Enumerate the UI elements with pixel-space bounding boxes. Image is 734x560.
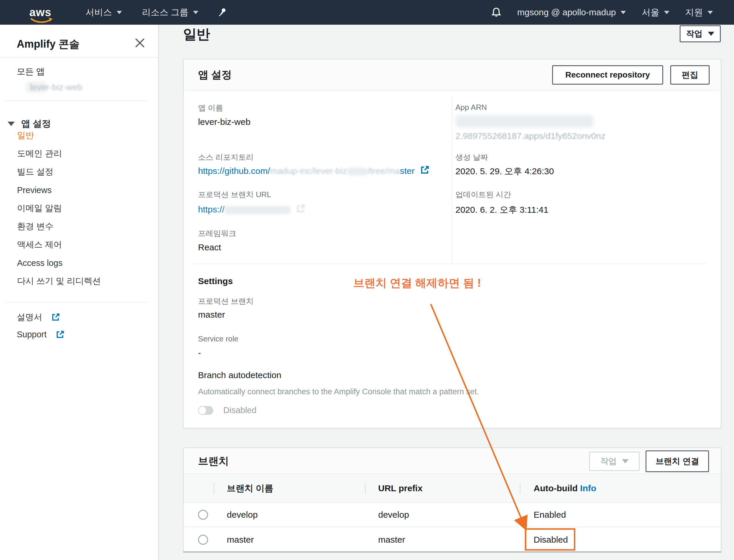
sidebar-docs-link[interactable]: 설명서: [17, 311, 60, 323]
prod-branch-url-prefix: https://: [198, 204, 224, 214]
chevron-down-icon: [708, 11, 713, 14]
close-icon[interactable]: [135, 38, 145, 48]
sidebar-app-name[interactable]: lever-biz-web: [30, 82, 82, 92]
page-actions-button[interactable]: 작업: [680, 25, 721, 42]
source-repo-url-suffix: ster: [400, 166, 415, 176]
external-link-icon: [296, 204, 305, 213]
sidebar-item-access-control[interactable]: 액세스 제어: [0, 236, 158, 254]
service-role-label: Service role: [198, 334, 238, 343]
column-separator: [214, 483, 214, 494]
column-separator: [520, 483, 520, 494]
sidebar-item-build-settings[interactable]: 빌드 설정: [0, 163, 158, 181]
sidebar-support-link[interactable]: Support: [17, 330, 64, 339]
sidebar-nav: 일반 도메인 관리 빌드 설정 Previews 이메일 알림 환경 변수 액세…: [0, 126, 158, 290]
source-repo-url-blurred-tail: /tree/ma: [368, 166, 400, 176]
amplify-sidebar: Amplify 콘솔 모든 앱 lever-biz-web 앱 설정 일반 도메…: [0, 25, 159, 560]
app-arn-label: App ARN: [455, 103, 487, 112]
settings-heading: Settings: [198, 276, 233, 286]
branch-autodetection-toggle-row: Disabled: [198, 405, 257, 415]
source-repo-label: 소스 리포지토리: [198, 152, 254, 162]
divider: [5, 302, 147, 303]
sidebar-item-access-logs[interactable]: Access logs: [0, 254, 158, 272]
chevron-down-icon: [193, 11, 198, 14]
column-divider: [452, 98, 452, 263]
annotation-highlight-rect: [525, 528, 575, 551]
cell-branch-name: develop: [227, 510, 258, 520]
triangle-down-icon: [708, 32, 714, 36]
redacted-blob: [347, 168, 368, 175]
sidebar-item-environment-variables[interactable]: 환경 변수: [0, 217, 158, 236]
docs-link-label: 설명서: [17, 311, 42, 323]
branch-autodetection-description: Automatically connect branches to the Am…: [198, 386, 524, 397]
aws-top-bar: aws 서비스 리소스 그룹: [0, 0, 734, 25]
divider: [5, 100, 147, 101]
source-repo-url-prefix: https://github.com/: [198, 166, 270, 176]
section-divider: [194, 264, 707, 264]
external-link-icon: [56, 330, 64, 339]
created-date-label: 생성 날짜: [455, 152, 488, 162]
source-repo-link[interactable]: https://github.com/madup-inc/lever-biz/t…: [198, 165, 429, 176]
external-link-icon: [420, 165, 429, 175]
row-radio-button[interactable]: [198, 535, 208, 545]
pin-icon: [218, 8, 227, 17]
region-menu[interactable]: 서울: [642, 6, 669, 19]
branches-title: 브랜치: [198, 454, 229, 468]
aws-smile-icon: [30, 17, 53, 24]
sidebar-all-apps-link[interactable]: 모든 앱: [17, 66, 45, 78]
top-bar-right: mgsong @ apollo-madup 서울 지원: [491, 6, 713, 19]
chevron-down-icon: [117, 11, 122, 14]
notifications-bell-icon[interactable]: [491, 7, 501, 18]
cell-auto-build: Enabled: [534, 510, 566, 520]
branch-autodetection-toggle[interactable]: [198, 406, 213, 415]
divider: [0, 57, 158, 58]
amplify-console-page: aws 서비스 리소스 그룹: [0, 0, 734, 560]
support-menu-label: 지원: [685, 6, 703, 19]
sidebar-item-general[interactable]: 일반: [0, 126, 158, 145]
prod-branch-url-link[interactable]: https://: [198, 204, 305, 214]
column-separator: [365, 483, 366, 494]
production-branch-value: master: [198, 310, 225, 320]
branches-actions-button[interactable]: 작업: [589, 452, 640, 471]
toggle-state-label: Disabled: [223, 405, 257, 415]
sidebar-item-rewrites-redirects[interactable]: 다시 쓰기 및 리디렉션: [0, 272, 158, 290]
nav-services-label: 서비스: [86, 6, 112, 19]
pin-shortcut-button[interactable]: [218, 8, 227, 17]
table-row[interactable]: develop develop Enabled: [184, 503, 721, 527]
triangle-down-icon: [8, 122, 15, 126]
sidebar-item-email-notifications[interactable]: 이메일 알림: [0, 199, 158, 217]
edit-button[interactable]: 편집: [670, 65, 710, 85]
support-menu[interactable]: 지원: [685, 6, 713, 19]
column-header-url-prefix[interactable]: URL prefix: [378, 483, 423, 493]
external-link-icon: [51, 313, 60, 322]
row-radio-button[interactable]: [198, 510, 208, 520]
app-settings-card: 앱 설정 Reconnect repository 편집 앱 이름 lever-…: [183, 59, 721, 428]
column-header-branch-name[interactable]: 브랜치 이름: [227, 482, 273, 494]
redacted-blob: [224, 206, 291, 214]
redacted-blob: [455, 115, 594, 128]
production-branch-label: 프로덕션 브랜치: [198, 296, 254, 306]
connect-branch-button[interactable]: 브랜치 연결: [646, 450, 709, 472]
source-repo-url-blurred: madup-inc/lever-biz: [270, 166, 347, 176]
aws-logo[interactable]: aws: [29, 8, 55, 17]
account-menu[interactable]: mgsong @ apollo-madup: [517, 7, 626, 17]
updated-time-label: 업데이트된 시간: [455, 190, 511, 200]
branches-card-header: 브랜치 작업 브랜치 연결: [184, 448, 721, 474]
nav-services[interactable]: 서비스: [86, 6, 122, 19]
triangle-down-icon: [622, 459, 629, 463]
created-date-value: 2020. 5. 29. 오후 4:26:30: [455, 165, 554, 177]
cell-url-prefix: master: [378, 535, 405, 545]
nav-resource-groups-label: 리소스 그룹: [142, 6, 188, 19]
app-name-value: lever-biz-web: [198, 117, 250, 127]
sidebar-item-previews[interactable]: Previews: [0, 181, 158, 199]
table-row[interactable]: master master Disabled: [184, 527, 721, 552]
app-settings-card-header: 앱 설정 Reconnect repository 편집: [184, 59, 721, 90]
sidebar-item-domain-management[interactable]: 도메인 관리: [0, 145, 158, 163]
framework-value: React: [198, 242, 221, 252]
annotation-text: 브랜치 연결 해제하면 됨 !: [353, 276, 481, 291]
aws-logo-text: aws: [29, 8, 55, 17]
nav-resource-groups[interactable]: 리소스 그룹: [142, 6, 198, 19]
info-link[interactable]: Info: [580, 483, 596, 493]
branches-card: 브랜치 작업 브랜치 연결 브랜치 이름 URL prefix Auto-bui…: [183, 447, 721, 552]
page-actions-label: 작업: [686, 28, 703, 39]
reconnect-repository-button[interactable]: Reconnect repository: [552, 65, 663, 85]
